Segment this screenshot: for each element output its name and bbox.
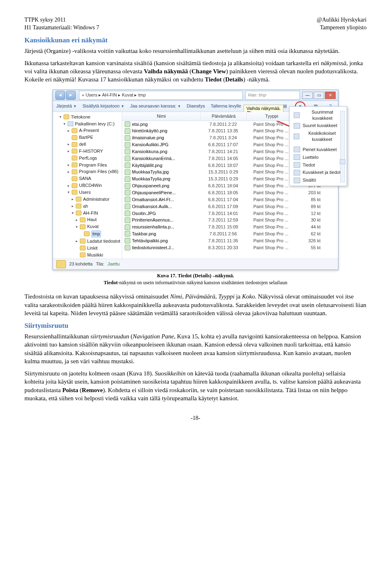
file-date: 6.8.2011 17:09 — [200, 203, 246, 210]
file-icon — [125, 142, 130, 148]
file-name: Omatkansiot-AH-FI... — [132, 197, 174, 203]
search-input[interactable]: Hae: tmp — [245, 91, 300, 100]
change-view-tooltip: Vaihda näkymää. — [244, 105, 283, 112]
maximize-button[interactable]: ▭ — [314, 92, 324, 99]
tree-item[interactable]: ▸A-Present — [59, 127, 122, 134]
tree-label: Ladatut tiedostot — [87, 238, 120, 244]
file-row[interactable]: Omatkansiot-AH-FI...6.8.2011 17:04Paint … — [122, 196, 338, 203]
file-icon — [125, 176, 130, 182]
file-row[interactable]: PrintterienAsennus...7.3.2011 12:59Paint… — [122, 217, 338, 224]
view-option[interactable]: Keskikokoiset kuvakkeet — [290, 129, 347, 143]
tree-item[interactable]: PerfLogs — [59, 155, 122, 162]
file-row[interactable]: Osoitin.JPG7.8.2011 14:01Paint Shop Pro … — [122, 210, 338, 217]
tree-item[interactable]: ▸UBCD4Win — [59, 182, 122, 189]
figure-17: ◄ ► « Users ▸ AH-FIN ▸ Kuvat ▸ tmp Hae: … — [24, 90, 367, 270]
file-name: Omatkansiot-Aulik... — [132, 204, 172, 210]
tree-label: Tietokone — [71, 114, 90, 120]
col-date[interactable]: Päivämäärä — [201, 112, 247, 121]
file-icon — [125, 162, 130, 168]
file-name: PrintterienAsennus... — [132, 217, 174, 223]
tree-label: Musiikki — [87, 252, 103, 258]
file-row[interactable]: tiedostotunnisteet.J...8.3.2011 20:33Pai… — [122, 244, 338, 251]
file-row[interactable]: resurssienhallinta.p...7.8.2011 15:09Pai… — [122, 224, 338, 230]
tree-item[interactable]: tmp — [59, 230, 122, 238]
view-option-icon — [294, 123, 300, 129]
file-icon — [125, 183, 130, 189]
col-name[interactable]: Nimi — [122, 112, 201, 121]
navigation-pane[interactable]: ▾Tietokone▾Paikallinen levy (C:)▸A-Prese… — [53, 112, 122, 259]
tree-item[interactable]: ▸ah — [59, 203, 122, 210]
file-size: 203 kt — [296, 189, 323, 196]
toolbar-organize[interactable]: Järjestä▼ — [56, 103, 77, 109]
file-row[interactable]: OhjauspaneeliPiene...6.8.2011 18:05Paint… — [122, 189, 338, 196]
view-option-icon — [294, 178, 300, 183]
file-type: Paint Shop Pro ... — [246, 162, 296, 169]
page-header: TTPK syksy 2011 H1 Taustamateriaali: Win… — [24, 16, 367, 32]
status-state: Jaettu — [108, 261, 120, 267]
tree-item[interactable]: ▸Program Files — [59, 162, 122, 169]
explorer-window: ◄ ► « Users ▸ AH-FIN ▸ Kuvat ▸ tmp Hae: … — [53, 90, 338, 270]
view-popup[interactable]: Suurimmat kuvakkeetSuuret kuvakkeetKeski… — [289, 106, 347, 186]
file-type: Paint Shop Pro ... — [246, 134, 296, 141]
folder-icon — [56, 260, 66, 268]
file-icon — [125, 238, 130, 244]
chevron-down-icon: ▼ — [73, 104, 77, 109]
tree-item[interactable]: ▾Tietokone — [59, 114, 122, 121]
tree-label: BartPE — [79, 134, 93, 140]
status-count: 23 kohdetta — [69, 261, 93, 267]
view-option-label: Kuvakkeet ja tiedot — [303, 169, 340, 176]
tree-item[interactable]: ▾AH-FIN — [59, 210, 122, 217]
file-row[interactable]: Tehtäväpalkki.png7.8.2011 11:35Paint Sho… — [122, 237, 338, 244]
nav-fwd-button[interactable]: ► — [66, 91, 76, 100]
tree-item[interactable]: ▸F-HISTORY — [59, 148, 122, 155]
file-date: 7.8.2011 14:21 — [200, 148, 246, 155]
tree-item[interactable]: ▸Administrator — [59, 196, 122, 203]
tree-item[interactable]: Linkit — [59, 245, 122, 252]
nav-back-button[interactable]: ◄ — [55, 91, 65, 100]
file-size: 85 kt — [296, 196, 323, 203]
file-row[interactable]: Taskbar.png7.8.2011 2:56Paint Shop Pro .… — [122, 230, 338, 237]
view-option[interactable]: Kuvakkeet ja tiedot — [290, 169, 347, 176]
folder-icon — [72, 135, 77, 140]
view-slider[interactable] — [340, 111, 345, 182]
toolbar-include[interactable]: Sisällytä kirjastoon▼ — [82, 103, 124, 109]
file-name: hiiretönkäyttö.png — [132, 128, 167, 134]
file-icon — [125, 135, 130, 141]
tree-item[interactable]: ▾Users — [59, 189, 122, 196]
tree-item[interactable]: ▸Haut — [59, 216, 122, 223]
toolbar-share[interactable]: Jaa seuraavan kanssa:▼ — [130, 103, 181, 109]
view-option[interactable]: Suuret kuvakkeet — [290, 122, 347, 129]
file-row[interactable]: Omatkansiot-Aulik...6.8.2011 17:09Paint … — [122, 203, 338, 210]
section-heading-1: Kansioikkunan eri näkymät — [24, 36, 367, 45]
view-option[interactable]: Luettelo — [290, 154, 347, 161]
slider-knob[interactable] — [340, 159, 345, 164]
tree-item[interactable]: SANA — [59, 175, 122, 182]
address-bar[interactable]: « Users ▸ AH-FIN ▸ Kuvat ▸ tmp — [79, 91, 243, 100]
view-option[interactable]: Sisältö — [290, 176, 347, 184]
file-type: Paint Shop Pro ... — [246, 121, 296, 128]
tree-item[interactable]: ▸Ladatut tiedostot — [59, 238, 122, 245]
tree-item[interactable]: BartPE — [59, 134, 122, 141]
tree-item[interactable]: ▸Program Files (x86) — [59, 168, 122, 175]
file-icon — [125, 245, 130, 250]
tree-label: Paikallinen levy (C:) — [75, 121, 114, 127]
view-option[interactable]: Pienet kuvakkeet — [290, 146, 347, 154]
file-date: 15.3.2011 0:29 — [200, 169, 246, 176]
toolbar-burn[interactable]: Tallenna levylle — [211, 103, 241, 109]
view-option[interactable]: Tiedot — [290, 161, 347, 169]
tree-item[interactable]: ▾Kuvat — [59, 223, 122, 230]
file-name: Taskbar.png — [132, 231, 156, 237]
paragraph-3: Tiedostoista on kuvan tapauksessa näkyvi… — [24, 292, 367, 317]
view-option[interactable]: Suurimmat kuvakkeet — [290, 108, 347, 122]
tree-item[interactable]: ▾Paikallinen levy (C:) — [59, 121, 122, 127]
close-button[interactable]: ✕ — [325, 92, 336, 99]
toolbar-slideshow[interactable]: Diaesitys — [187, 103, 205, 109]
folder-icon — [72, 190, 77, 195]
file-type: Paint Shop Pro ... — [246, 224, 296, 230]
file-type: Paint Shop Pro ... — [246, 196, 296, 203]
tree-item[interactable]: Musiikki — [59, 252, 122, 259]
explorer-titlebar: ◄ ► « Users ▸ AH-FIN ▸ Kuvat ▸ tmp Hae: … — [53, 90, 338, 101]
tree-item[interactable]: ▸dell — [59, 141, 122, 148]
minimize-button[interactable]: — — [302, 92, 313, 99]
tree-label: Linkit — [87, 245, 98, 251]
